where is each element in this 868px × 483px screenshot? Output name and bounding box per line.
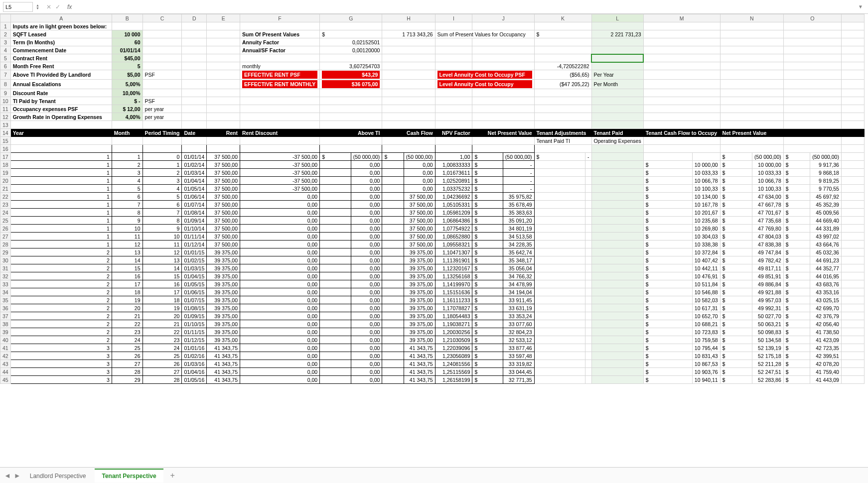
- cell-npv2[interactable]: 43 997,02: [810, 233, 842, 241]
- cell-tp[interactable]: 10 759,58: [692, 336, 720, 344]
- cell-rd[interactable]: -37 500,00: [240, 153, 320, 161]
- cell-empty[interactable]: [472, 62, 534, 70]
- active-cell-L5[interactable]: [591, 54, 643, 62]
- cell-ta[interactable]: [585, 217, 592, 225]
- cell-rd[interactable]: 0,00: [240, 288, 320, 296]
- cell-npv-cur[interactable]: $: [472, 352, 503, 360]
- cell-empty[interactable]: [320, 54, 382, 62]
- cell-month[interactable]: 19: [112, 296, 143, 304]
- input-label[interactable]: Contract Rent: [10, 54, 112, 62]
- cell-pt[interactable]: 26: [143, 360, 182, 368]
- cell-rd[interactable]: 0,00: [240, 256, 320, 264]
- cell-ta[interactable]: [585, 209, 592, 217]
- cell-npv-cur[interactable]: $: [472, 344, 503, 352]
- cell-empty[interactable]: [841, 89, 864, 97]
- cell-rent[interactable]: 39 375,00: [207, 328, 240, 336]
- cell-rd[interactable]: 0,00: [240, 336, 320, 344]
- cell-year[interactable]: 2: [10, 320, 112, 328]
- hdr-npvf[interactable]: NPV Factor: [435, 129, 472, 137]
- cell-empty[interactable]: [841, 360, 864, 368]
- cell-npv2[interactable]: 9 770,55: [810, 185, 842, 193]
- hdr-ta-sub[interactable]: Tenant Paid TI: [534, 137, 591, 145]
- cell-empty[interactable]: [182, 62, 207, 70]
- cell-empty[interactable]: [182, 80, 207, 89]
- input-label[interactable]: Discount Rate: [10, 89, 112, 97]
- cell-npv2[interactable]: 9 917,36: [810, 161, 842, 169]
- cell-tp-cur[interactable]: $: [643, 320, 692, 328]
- cell-cf-cur[interactable]: [382, 256, 404, 264]
- cell-ati[interactable]: 0,00: [351, 328, 382, 336]
- cell-empty[interactable]: [841, 62, 864, 70]
- cell-ta[interactable]: [585, 368, 592, 376]
- cell-year[interactable]: 1: [10, 217, 112, 225]
- cell-empty[interactable]: [240, 137, 320, 145]
- hdr-cf[interactable]: Cash Flow: [382, 129, 435, 137]
- cell-npvf[interactable]: 1,16111233: [435, 296, 472, 304]
- cell-npv-cur[interactable]: $: [472, 288, 503, 296]
- cell-tcfo[interactable]: 47 667,78: [752, 201, 784, 209]
- cell-empty[interactable]: [143, 121, 182, 129]
- cell-rd[interactable]: 0,00: [240, 225, 320, 233]
- cell-rd[interactable]: 0,00: [240, 304, 320, 312]
- cell-empty[interactable]: [783, 30, 841, 38]
- input-unit[interactable]: per year: [143, 113, 182, 121]
- cell-cf-cur[interactable]: [382, 280, 404, 288]
- input-unit[interactable]: [143, 30, 182, 38]
- cell-empty[interactable]: [435, 113, 472, 121]
- cell-cf-cur[interactable]: [382, 272, 404, 280]
- cell-ati[interactable]: 0,00: [351, 368, 382, 376]
- cell-rd[interactable]: 0,00: [240, 217, 320, 225]
- erp-val[interactable]: $43,29: [320, 70, 382, 80]
- cell-empty[interactable]: [720, 105, 783, 113]
- cell-tp[interactable]: 10 407,42: [692, 256, 720, 264]
- cell-empty[interactable]: [841, 209, 864, 217]
- row-25[interactable]: 25: [0, 217, 11, 225]
- cell-tcfo-cur[interactable]: $: [720, 320, 752, 328]
- cell-empty[interactable]: [841, 121, 864, 129]
- tab-landlord[interactable]: Landlord Perspective: [23, 469, 93, 483]
- col-J[interactable]: J: [472, 14, 534, 22]
- input-unit[interactable]: PSF: [143, 97, 182, 105]
- cell-tp[interactable]: 10 066,78: [692, 177, 720, 185]
- cell-year[interactable]: 2: [10, 296, 112, 304]
- cell-date[interactable]: 01/10/14: [182, 225, 207, 233]
- hdr-ta[interactable]: Tenant Adjustments: [534, 129, 591, 137]
- cell-npvf[interactable]: 1,15151636: [435, 288, 472, 296]
- cell-cf[interactable]: 37 500,00: [404, 217, 435, 225]
- cell-npv2[interactable]: 44 352,77: [810, 264, 842, 272]
- col-M[interactable]: M: [643, 14, 720, 22]
- cell-ta-cur[interactable]: [534, 185, 585, 193]
- cell-month[interactable]: 9: [112, 217, 143, 225]
- cell-tp[interactable]: 10 688,21: [692, 320, 720, 328]
- cell-empty[interactable]: [382, 80, 435, 89]
- cell-empty[interactable]: [207, 137, 240, 145]
- cell-npv-cur[interactable]: $: [472, 209, 503, 217]
- cell-L1[interactable]: [591, 22, 643, 30]
- cell-ati-cur[interactable]: $: [320, 153, 351, 161]
- cell-empty[interactable]: [207, 30, 240, 38]
- cell-npv2[interactable]: 44 331,89: [810, 225, 842, 233]
- cell-npvf[interactable]: 1,04236692: [435, 193, 472, 201]
- cell-tcfo-cur[interactable]: $: [720, 376, 752, 384]
- input-value[interactable]: 01/01/14: [112, 46, 143, 54]
- asf-label[interactable]: Annual/SF Factor: [240, 46, 320, 54]
- cell-npv[interactable]: 34 228,35: [503, 241, 534, 248]
- col-D[interactable]: D: [182, 14, 207, 22]
- cell-L[interactable]: [591, 185, 643, 193]
- cell-empty[interactable]: [841, 344, 864, 352]
- cell-tcfo[interactable]: 50 063,21: [752, 320, 784, 328]
- cell-ta[interactable]: [585, 201, 592, 209]
- cell-empty[interactable]: [643, 97, 720, 105]
- row-30[interactable]: 30: [0, 256, 11, 264]
- cell-npvf[interactable]: 1,05981209: [435, 209, 472, 217]
- cell-empty[interactable]: [435, 54, 472, 62]
- spv-val[interactable]: 1 713 343,26: [382, 30, 435, 38]
- cell-date[interactable]: 01/02/14: [182, 161, 207, 169]
- cell-empty[interactable]: [240, 105, 320, 113]
- cell-ati[interactable]: 0,00: [351, 233, 382, 241]
- cell-year[interactable]: 1: [10, 225, 112, 233]
- cell-rent[interactable]: 37 500,00: [207, 201, 240, 209]
- lac-psf-unit[interactable]: Per Year: [591, 70, 643, 80]
- cell[interactable]: [320, 145, 382, 153]
- cell-month[interactable]: 16: [112, 272, 143, 280]
